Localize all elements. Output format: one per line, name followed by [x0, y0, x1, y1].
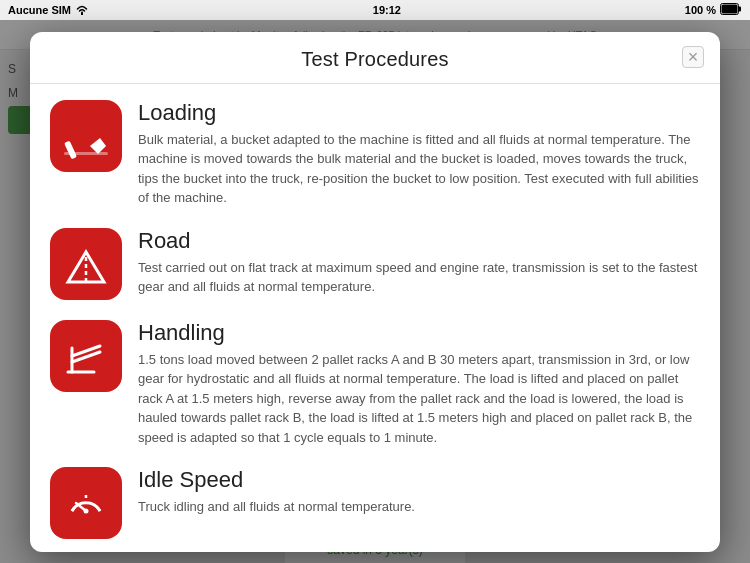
- loading-text: Loading Bulk material, a bucket adapted …: [138, 100, 700, 208]
- road-icon-container: [50, 228, 122, 300]
- battery-icon: [720, 3, 742, 17]
- procedure-item-idle: Idle Speed Truck idling and all fluids a…: [50, 467, 700, 539]
- idle-icon-container: [50, 467, 122, 539]
- loading-icon: [58, 108, 114, 164]
- svg-rect-3: [64, 140, 77, 159]
- svg-line-11: [98, 508, 100, 511]
- idle-text: Idle Speed Truck idling and all fluids a…: [138, 467, 700, 517]
- svg-rect-4: [64, 152, 108, 155]
- procedure-item-road: Road Test carried out on flat track at m…: [50, 228, 700, 300]
- road-desc: Test carried out on flat track at maximu…: [138, 258, 700, 297]
- wifi-icon: [75, 3, 89, 17]
- idle-desc: Truck idling and all fluids at normal te…: [138, 497, 700, 517]
- modal-overlay: Test Procedures ×: [0, 20, 750, 563]
- svg-point-14: [84, 509, 89, 514]
- svg-line-10: [72, 508, 74, 511]
- handling-icon-container: [50, 320, 122, 392]
- handling-icon: [58, 328, 114, 384]
- modal-body: Loading Bulk material, a bucket adapted …: [30, 84, 720, 552]
- status-right: 100 %: [685, 3, 742, 17]
- svg-rect-2: [721, 5, 737, 14]
- road-text: Road Test carried out on flat track at m…: [138, 228, 700, 297]
- modal-title: Test Procedures: [301, 48, 449, 71]
- loading-desc: Bulk material, a bucket adapted to the m…: [138, 130, 700, 208]
- idle-title: Idle Speed: [138, 467, 700, 493]
- road-title: Road: [138, 228, 700, 254]
- modal-close-button[interactable]: ×: [682, 46, 704, 68]
- test-procedures-modal: Test Procedures ×: [30, 32, 720, 552]
- loading-icon-container: [50, 100, 122, 172]
- status-left: Aucune SIM: [8, 3, 89, 17]
- road-icon: [58, 236, 114, 292]
- time-label: 19:12: [373, 4, 401, 16]
- idle-icon: [58, 475, 114, 531]
- loading-title: Loading: [138, 100, 700, 126]
- handling-desc: 1.5 tons load moved between 2 pallet rac…: [138, 350, 700, 448]
- carrier-label: Aucune SIM: [8, 4, 71, 16]
- svg-rect-1: [738, 7, 741, 12]
- modal-header: Test Procedures ×: [30, 32, 720, 84]
- procedure-item-handling: Handling 1.5 tons load moved between 2 p…: [50, 320, 700, 448]
- handling-title: Handling: [138, 320, 700, 346]
- battery-percent: 100 %: [685, 4, 716, 16]
- procedure-item-loading: Loading Bulk material, a bucket adapted …: [50, 100, 700, 208]
- handling-text: Handling 1.5 tons load moved between 2 p…: [138, 320, 700, 448]
- status-bar: Aucune SIM 19:12 100 %: [0, 0, 750, 20]
